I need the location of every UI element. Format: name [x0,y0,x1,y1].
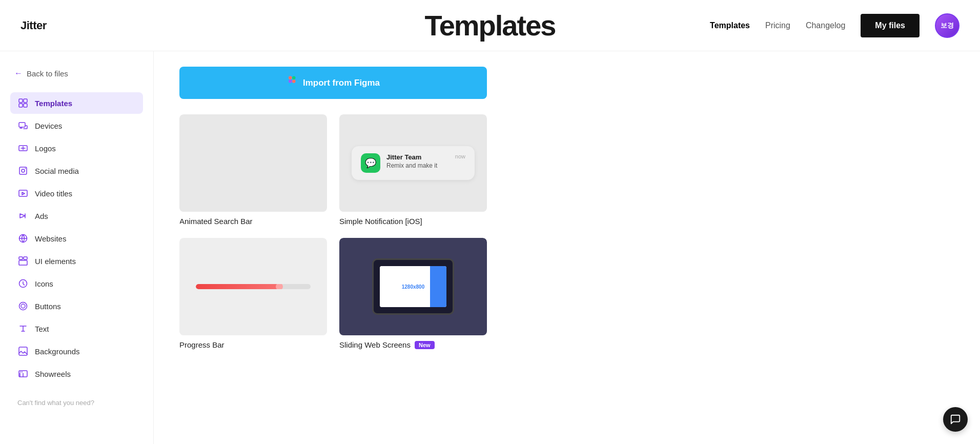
svg-point-15 [19,302,27,310]
notification-bubble: 💬 Jitter Team Remix and make it now [352,146,475,180]
web-screen-blue [430,266,446,307]
sidebar: ← Back to files Templates [0,51,154,444]
svg-point-20 [22,372,23,373]
sidebar-item-websites[interactable]: Websites [10,228,143,249]
template-card-simple-notification[interactable]: 💬 Jitter Team Remix and make it now Simp… [339,114,487,226]
notif-time: now [455,153,465,159]
sidebar-item-devices[interactable]: Devices [10,115,143,136]
header-nav: Templates Pricing Changelog My files 보경 [710,13,959,38]
notif-title: Jitter Team [386,153,449,161]
devices-icon [17,120,29,131]
sidebar-label-ui-elements: UI elements [35,257,76,266]
template-thumbnail-simple-notification: 💬 Jitter Team Remix and make it now [339,114,487,212]
progress-bar-outer [196,284,311,289]
sidebar-label-logos: Logos [35,144,56,153]
video-titles-icon [17,188,29,199]
sidebar-label-icons: Icons [35,279,53,288]
svg-rect-11 [19,257,23,259]
sidebar-item-backgrounds[interactable]: Backgrounds [10,340,143,362]
sidebar-item-buttons[interactable]: Buttons [10,295,143,317]
svg-rect-17 [19,347,27,355]
svg-rect-1 [24,99,27,103]
svg-rect-3 [24,104,27,107]
avatar[interactable]: 보경 [935,13,959,38]
import-figma-button[interactable]: Import from Figma [179,67,487,99]
header: Jitter Templates Templates Pricing Chang… [0,0,980,51]
sidebar-label-templates: Templates [35,99,72,108]
figma-icon [287,76,298,90]
ui-elements-icon [17,255,29,267]
sidebar-label-devices: Devices [35,122,62,130]
web-screen-frame: 1280x800 [372,258,454,315]
sidebar-label-showreels: Showreels [35,370,71,378]
svg-rect-13 [19,260,27,265]
chat-icon [950,414,961,425]
svg-point-25 [292,79,296,83]
svg-rect-22 [289,79,292,83]
sidebar-item-templates[interactable]: Templates [10,92,143,114]
content-area: Import from Figma Animated Search Bar 💬 … [154,51,513,444]
sidebar-label-video-titles: Video titles [35,189,72,198]
templates-icon [17,97,29,109]
sidebar-label-buttons: Buttons [35,302,61,311]
notif-content: Jitter Team Remix and make it [386,153,449,169]
template-card-animated-search-bar[interactable]: Animated Search Bar [179,114,327,226]
web-screen-label: 1280x800 [402,284,425,290]
svg-rect-12 [24,257,27,259]
svg-rect-4 [19,123,25,127]
main-layout: ← Back to files Templates [0,51,980,444]
back-label: Back to files [27,69,68,78]
icons-icon [17,278,29,289]
sidebar-item-video-titles[interactable]: Video titles [10,183,143,204]
svg-rect-21 [289,76,292,79]
svg-point-19 [20,372,21,373]
template-card-progress-bar[interactable]: Progress Bar [179,238,327,349]
template-card-sliding-web-screens[interactable]: 1280x800 Sliding Web Screens New [339,238,487,349]
backgrounds-icon [17,346,29,357]
template-label-animated-search-bar: Animated Search Bar [179,217,327,226]
logo[interactable]: Jitter [21,19,47,32]
websites-icon [17,233,29,244]
svg-rect-23 [289,83,292,87]
template-thumbnail-animated-search-bar [179,114,327,212]
sidebar-item-logos[interactable]: Logos [10,137,143,159]
my-files-button[interactable]: My files [861,14,920,37]
svg-rect-0 [19,99,23,103]
progress-bar-fill [196,284,282,289]
sidebar-label-text: Text [35,325,49,333]
nav-pricing[interactable]: Pricing [765,21,790,30]
back-to-files[interactable]: ← Back to files [10,67,143,80]
sidebar-label-websites: Websites [35,234,66,243]
template-thumbnail-sliding-web-screens: 1280x800 [339,238,487,335]
nav-changelog[interactable]: Changelog [806,21,845,30]
progress-bar-dot [276,284,283,289]
svg-rect-9 [19,190,27,196]
template-label-progress-bar: Progress Bar [179,340,327,349]
svg-point-16 [21,304,25,308]
notif-app-icon: 💬 [361,153,380,173]
showreels-icon [17,368,29,379]
social-media-icon [17,165,29,176]
templates-grid: Animated Search Bar 💬 Jitter Team Remix … [179,114,487,349]
sidebar-label-social-media: Social media [35,167,79,175]
nav-templates[interactable]: Templates [710,21,750,30]
svg-point-8 [25,168,26,169]
text-icon [17,323,29,334]
sidebar-label-backgrounds: Backgrounds [35,347,80,356]
template-thumbnail-progress-bar [179,238,327,335]
sidebar-bottom-hint: Can't find what you need? [10,395,143,411]
sidebar-label-ads: Ads [35,212,48,220]
sidebar-item-icons[interactable]: Icons [10,273,143,294]
notif-body: Remix and make it [386,162,449,169]
template-label-sliding-web-screens: Sliding Web Screens New [339,340,487,349]
sidebar-item-ads[interactable]: Ads [10,205,143,227]
sidebar-item-text[interactable]: Text [10,318,143,339]
sidebar-item-social-media[interactable]: Social media [10,160,143,181]
sidebar-item-ui-elements[interactable]: UI elements [10,250,143,272]
buttons-icon [17,300,29,312]
chat-support-button[interactable] [943,407,968,432]
svg-rect-24 [292,76,296,79]
page-title: Templates [425,9,556,42]
svg-point-7 [22,169,25,172]
sidebar-item-showreels[interactable]: Showreels [10,363,143,385]
